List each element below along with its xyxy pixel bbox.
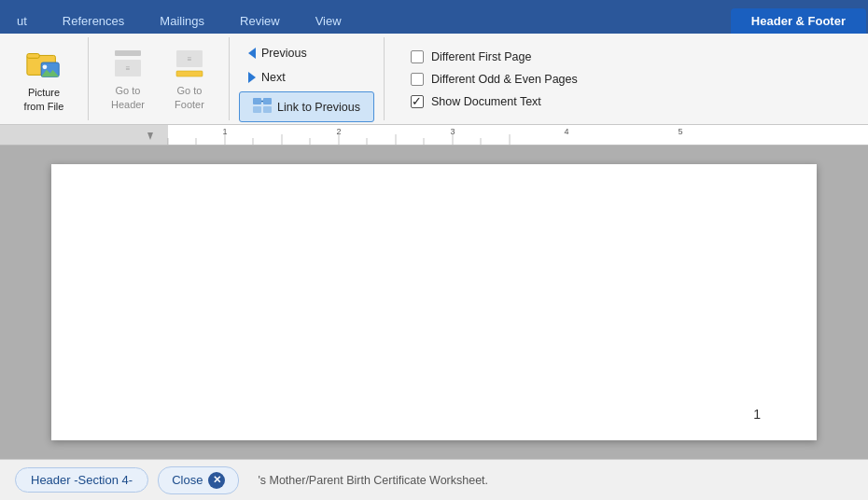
ribbon-group-insert: Picture from File: [0, 37, 89, 120]
go-to-footer-label: Go to Footer: [175, 84, 204, 111]
svg-text:1: 1: [222, 127, 227, 136]
previous-button[interactable]: Previous: [239, 43, 316, 63]
status-text: 's Mother/Parent Birth Certificate Works…: [258, 474, 488, 487]
show-document-text-row[interactable]: ✓ Show Document Text: [411, 95, 578, 108]
svg-rect-17: [168, 125, 868, 146]
options-checks: Different First Page Different Odd & Eve…: [396, 50, 593, 108]
svg-rect-11: [253, 98, 261, 104]
ribbon-tabs-bar: ut References Mailings Review View Heade…: [0, 0, 868, 34]
go-to-header-icon: ≡: [111, 47, 145, 80]
svg-rect-9: [176, 71, 203, 76]
tab-mailings[interactable]: Mailings: [143, 8, 221, 34]
tab-ut[interactable]: ut: [0, 8, 44, 34]
different-first-page-checkbox[interactable]: [411, 50, 424, 63]
next-label: Next: [261, 71, 286, 84]
document-area: 1: [0, 146, 868, 459]
picture-from-file-button[interactable]: Picture from File: [11, 41, 77, 117]
svg-rect-12: [263, 98, 272, 104]
go-to-footer-icon: ≡: [173, 47, 206, 80]
svg-text:3: 3: [450, 127, 455, 136]
different-odd-even-row[interactable]: Different Odd & Even Pages: [411, 73, 578, 86]
svg-text:4: 4: [564, 127, 568, 136]
tab-review[interactable]: Review: [223, 8, 297, 34]
svg-text:≡: ≡: [126, 64, 131, 73]
page-number: 1: [753, 407, 761, 422]
ruler-svg: 1 2 3 4 5: [0, 125, 868, 146]
status-bar: Header -Section 4- Close ✕ 's Mother/Par…: [0, 459, 868, 500]
previous-label: Previous: [261, 47, 307, 60]
svg-point-3: [43, 65, 48, 70]
ribbon-group-nav-buttons: Previous Next Link to Previous: [230, 37, 385, 120]
tab-references[interactable]: References: [46, 8, 141, 34]
different-odd-even-label: Different Odd & Even Pages: [431, 73, 578, 86]
different-odd-even-checkbox[interactable]: [411, 73, 424, 86]
ribbon-group-navigation: ≡ Go to Header ≡ Go to Footer: [89, 37, 230, 120]
different-first-page-row[interactable]: Different First Page: [411, 50, 578, 63]
ribbon-group-options: Different First Page Different Odd & Eve…: [385, 37, 604, 120]
previous-arrow-icon: [248, 48, 256, 59]
different-first-page-label: Different First Page: [431, 50, 531, 63]
show-document-text-checkbox[interactable]: ✓: [411, 95, 424, 108]
tab-header-footer[interactable]: Header & Footer: [731, 8, 866, 34]
close-x-icon: ✕: [208, 472, 225, 489]
link-to-previous-label: Link to Previous: [277, 101, 360, 114]
svg-rect-16: [0, 125, 168, 146]
section-label: Header -Section 4-: [15, 467, 148, 493]
close-label: Close: [172, 473, 203, 487]
picture-from-file-label: Picture from File: [24, 86, 64, 113]
svg-rect-5: [115, 50, 141, 56]
document-page: 1: [51, 164, 817, 440]
next-button[interactable]: Next: [239, 67, 295, 88]
link-to-previous-button[interactable]: Link to Previous: [239, 91, 374, 122]
ribbon: Picture from File ≡ Go to Header: [0, 34, 868, 125]
go-to-header-button[interactable]: ≡ Go to Header: [100, 43, 156, 115]
ruler: 1 2 3 4 5: [0, 125, 868, 146]
svg-text:≡: ≡: [188, 55, 192, 63]
tab-view[interactable]: View: [299, 8, 358, 34]
go-to-header-label: Go to Header: [111, 84, 145, 111]
go-to-footer-button[interactable]: ≡ Go to Footer: [161, 43, 217, 115]
svg-rect-1: [27, 54, 39, 59]
close-button[interactable]: Close ✕: [158, 466, 239, 494]
next-arrow-icon: [248, 72, 256, 83]
picture-from-file-icon: [25, 45, 63, 82]
show-document-text-label: Show Document Text: [431, 95, 541, 108]
svg-rect-14: [263, 106, 272, 113]
svg-text:5: 5: [678, 127, 682, 136]
svg-text:2: 2: [336, 127, 341, 136]
svg-rect-13: [253, 106, 261, 113]
link-to-previous-icon: [253, 98, 272, 116]
